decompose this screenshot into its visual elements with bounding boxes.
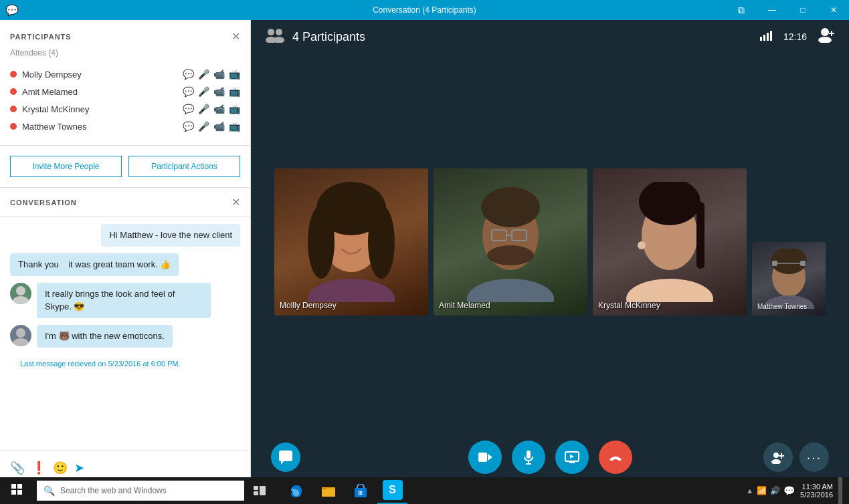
participant-status-dot (10, 71, 17, 78)
video-grid: Mollly Dempsey (251, 53, 849, 430)
network-icon[interactable]: 📶 (757, 486, 767, 495)
attendees-count: Attendees (4) (10, 48, 240, 57)
video-icon[interactable]: 📹 (213, 69, 225, 80)
svg-text:⊞: ⊞ (358, 490, 363, 496)
participant-info: Molly Dempsey (10, 70, 82, 80)
message-bubble: Hi Matthew - love the new client (101, 224, 240, 247)
svg-rect-58 (254, 486, 258, 490)
svg-point-31 (638, 241, 646, 249)
participant-name: Molly Dempsey (22, 70, 82, 80)
maximize-button[interactable]: □ (787, 0, 818, 20)
date-display: 5/23/2016 (800, 491, 833, 499)
svg-rect-59 (254, 491, 258, 495)
svg-point-51 (771, 459, 781, 464)
video-icon[interactable]: 📹 (213, 121, 225, 132)
message-bubble: I'm 🐻 with the new emoticons. (37, 325, 173, 348)
last-message-info: Last message recieved on 5/23/2016 at 6:… (10, 354, 240, 373)
svg-rect-55 (17, 484, 22, 489)
svg-rect-10 (767, 33, 769, 41)
add-participants-button[interactable] (763, 443, 793, 472)
end-call-button[interactable] (599, 440, 632, 474)
show-desktop-button[interactable] (838, 477, 842, 504)
participant-actions-button[interactable]: Participant Actions (128, 156, 240, 177)
close-button[interactable]: ✕ (818, 0, 849, 20)
chat-toggle-button[interactable] (271, 443, 300, 472)
participant-icons: 💬 🎤 📹 📺 (183, 69, 240, 80)
svg-point-27 (487, 245, 534, 265)
message-text: It really brings the look and feel of Sk… (45, 289, 175, 311)
participant-info: Krystal McKinney (10, 104, 89, 114)
group-icon (264, 27, 286, 47)
avatar (10, 283, 31, 304)
start-button[interactable] (0, 477, 33, 504)
svg-point-5 (276, 29, 282, 35)
notification-icon[interactable]: 💬 (783, 485, 795, 496)
snap-button[interactable]: ⧉ (726, 0, 757, 20)
store-app[interactable]: ⊞ (345, 477, 375, 504)
svg-point-20 (308, 279, 395, 302)
window-title: Conversation (4 Participants) (373, 5, 476, 15)
participant-icons: 💬 🎤 📹 📺 (183, 121, 240, 132)
monitor-icon[interactable]: 📺 (229, 69, 240, 80)
monitor-icon[interactable]: 📺 (229, 86, 240, 97)
video-label-matthew: Matthew Townes (757, 303, 807, 310)
participants-close-button[interactable]: ✕ (231, 30, 240, 43)
taskbar-apps: ⊞ S (281, 477, 407, 504)
add-person-button[interactable] (817, 27, 836, 47)
conversation-title: CONVERSATION (10, 199, 77, 207)
edge-app[interactable] (281, 477, 311, 504)
mic-icon[interactable]: 🎤 (198, 86, 209, 97)
importance-icon[interactable]: ❗ (31, 461, 46, 475)
mic-icon[interactable]: 🎤 (198, 69, 209, 80)
search-bar[interactable]: 🔍 Search the web and Windows (37, 481, 244, 501)
invite-people-button[interactable]: Invite More People (10, 156, 122, 177)
task-view-button[interactable] (244, 477, 274, 504)
sound-icon[interactable]: 🔊 (770, 486, 780, 495)
emoji-icon[interactable]: 🙂 (53, 461, 68, 475)
chat-icon[interactable]: 💬 (183, 69, 194, 80)
conversation-close-button[interactable]: ✕ (231, 196, 240, 209)
conversation-section: CONVERSATION ✕ Hi Matthew - love the new… (0, 188, 250, 484)
participants-title: PARTICIPANTS (10, 33, 72, 41)
mic-icon[interactable]: 🎤 (198, 121, 209, 132)
svg-rect-36 (800, 261, 806, 266)
video-tiles: Mollly Dempsey (274, 168, 826, 316)
more-options-button[interactable]: ··· (799, 443, 829, 472)
taskbar: 🔍 Search the web and Windows (0, 477, 849, 504)
minimize-button[interactable]: — (757, 0, 787, 20)
attachment-icon[interactable]: 📎 (10, 461, 25, 475)
svg-point-22 (481, 187, 540, 227)
send-icon[interactable]: ➤ (74, 461, 84, 475)
call-time: 12:16 (783, 31, 807, 42)
svg-rect-41 (478, 453, 487, 462)
video-button[interactable] (468, 440, 502, 474)
svg-rect-11 (770, 31, 772, 41)
participant-icons: 💬 🎤 📹 📺 (183, 104, 240, 114)
explorer-app[interactable] (313, 477, 343, 504)
show-hidden-icon[interactable]: ▲ (746, 487, 753, 495)
mute-button[interactable] (512, 440, 545, 474)
chat-icon[interactable]: 💬 (183, 104, 194, 114)
participant-info: Amit Melamed (10, 87, 78, 97)
monitor-icon[interactable]: 📺 (229, 121, 240, 132)
chat-icon[interactable]: 💬 (183, 86, 194, 97)
video-icon[interactable]: 📹 (213, 86, 225, 97)
skype-app[interactable]: S (377, 477, 407, 504)
svg-rect-39 (279, 451, 292, 461)
mic-icon[interactable]: 🎤 (198, 104, 209, 114)
side-controls: ··· (763, 443, 829, 472)
video-tile-molly: Mollly Dempsey (274, 168, 428, 316)
right-panel: 4 Participants 12:16 (251, 20, 849, 484)
svg-point-18 (308, 205, 335, 279)
svg-rect-8 (760, 37, 762, 41)
screen-share-button[interactable] (555, 440, 589, 474)
chat-icon[interactable]: 💬 (183, 121, 194, 132)
svg-point-32 (626, 279, 713, 302)
message-text: I'm 🐻 with the new emoticons. (45, 331, 165, 341)
window-controls: ⧉ — □ ✕ (726, 0, 849, 20)
avatar (10, 325, 31, 346)
tray-icons: ▲ 📶 🔊 💬 (746, 485, 795, 496)
svg-point-50 (773, 453, 779, 458)
monitor-icon[interactable]: 📺 (229, 104, 240, 114)
video-icon[interactable]: 📹 (213, 104, 225, 114)
